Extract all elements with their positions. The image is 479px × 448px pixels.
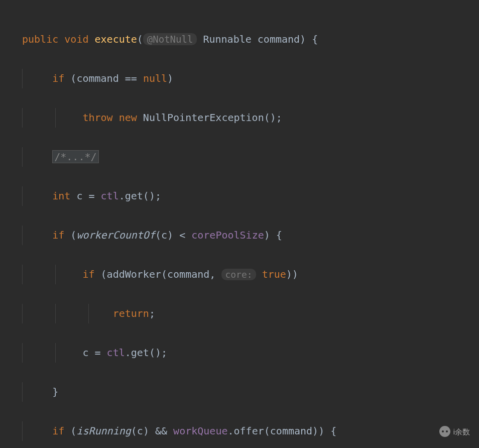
annotation-notnull: @NotNull — [143, 33, 197, 45]
wechat-icon — [439, 426, 450, 437]
watermark-text: i余数 — [453, 424, 470, 439]
code-editor[interactable]: public void execute(@NotNull Runnable co… — [15, 10, 479, 448]
field-corePoolSize: corePoolSize — [191, 229, 264, 241]
field-workQueue: workQueue — [173, 425, 227, 437]
method-workerCountOf: workerCountOf — [76, 229, 155, 241]
method-execute: execute — [95, 33, 137, 45]
method-isRunning: isRunning — [76, 425, 131, 437]
keyword-int: int — [52, 190, 70, 202]
keyword-public: public — [22, 33, 58, 45]
field-ctl: ctl — [101, 190, 119, 202]
keyword-return: return — [113, 307, 149, 319]
keyword-throw: throw — [82, 111, 112, 124]
keyword-new: new — [119, 111, 137, 124]
hint-core: core: — [221, 269, 256, 280]
watermark: i余数 — [439, 424, 470, 439]
type-runnable: Runnable — [203, 33, 251, 45]
folded-comment[interactable]: /*...*/ — [52, 150, 98, 163]
keyword-if: if — [52, 72, 64, 84]
param-command: command — [258, 33, 300, 45]
type-npe: NullPointerException — [143, 111, 264, 124]
keyword-null: null — [143, 72, 167, 84]
method-addWorker: addWorker — [107, 268, 161, 280]
keyword-void: void — [64, 33, 88, 45]
